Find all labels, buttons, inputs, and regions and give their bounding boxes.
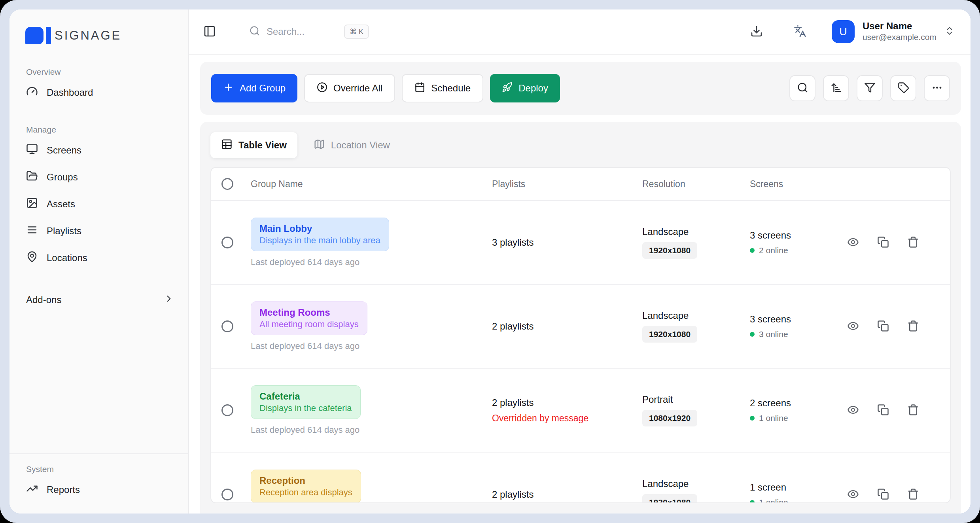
calendar-icon — [414, 82, 425, 95]
online-count: 2 online — [759, 246, 788, 255]
ellipsis-icon — [931, 82, 943, 95]
copy-icon — [877, 488, 889, 501]
playlists-count: 2 playlists — [492, 321, 642, 332]
online-dot — [750, 332, 755, 337]
delete-button[interactable] — [907, 320, 919, 333]
column-playlists: Playlists — [492, 179, 642, 189]
table-row[interactable]: Meeting Rooms All meeting room displays … — [211, 285, 950, 369]
sidebar-item-label: Dashboard — [47, 87, 93, 98]
sidebar-item-groups[interactable]: Groups — [20, 164, 178, 191]
circle-play-icon — [317, 82, 327, 95]
copy-icon — [877, 320, 889, 333]
table-row[interactable]: Reception Reception area displays Last d… — [211, 453, 950, 503]
tab-label: Table View — [238, 140, 287, 151]
schedule-button[interactable]: Schedule — [402, 74, 483, 102]
add-group-button[interactable]: Add Group — [211, 74, 297, 102]
sidebar-item-reports[interactable]: Reports — [20, 476, 178, 503]
last-deployed: Last deployed 614 days ago — [251, 341, 492, 351]
user-email: user@example.com — [863, 32, 936, 42]
view-button[interactable] — [847, 320, 859, 333]
table-header: Group Name Playlists Resolution Screens — [211, 168, 950, 201]
group-card[interactable]: Cafeteria Displays in the cafeteria — [251, 385, 361, 419]
row-checkbox[interactable] — [221, 404, 233, 416]
table-row[interactable]: Cafeteria Displays in the cafeteria Last… — [211, 369, 950, 453]
orientation: Landscape — [642, 226, 750, 237]
orientation: Landscape — [642, 310, 750, 321]
language-button[interactable] — [794, 25, 806, 39]
top-header: ⌘ K U User Name user@example.com — [189, 9, 971, 55]
search-input[interactable] — [267, 26, 338, 37]
table-icon — [221, 138, 233, 152]
duplicate-button[interactable] — [877, 236, 889, 249]
sidebar-item-playlists[interactable]: Playlists — [20, 218, 178, 244]
sidebar-section-overview: Overview — [26, 67, 178, 77]
add-group-label: Add Group — [240, 83, 286, 94]
sidebar: SIGNAGE Overview Dashboard Manage Screen… — [9, 9, 189, 514]
funnel-icon — [864, 82, 876, 95]
group-name: Meeting Rooms — [259, 307, 359, 318]
tab-location-view[interactable]: Location View — [303, 132, 401, 158]
deploy-label: Deploy — [518, 83, 548, 94]
sidebar-item-label: Assets — [47, 199, 75, 210]
row-checkbox[interactable] — [221, 237, 233, 248]
sidebar-toggle-button[interactable] — [203, 25, 216, 39]
duplicate-button[interactable] — [877, 320, 889, 333]
group-card[interactable]: Reception Reception area displays — [251, 470, 361, 503]
download-button[interactable] — [750, 25, 763, 39]
avatar: U — [832, 20, 855, 43]
sidebar-item-addons[interactable]: Add-ons — [20, 287, 178, 313]
sidebar-item-assets[interactable]: Assets — [20, 191, 178, 218]
sort-button[interactable] — [823, 75, 849, 101]
deploy-button[interactable]: Deploy — [490, 74, 560, 102]
override-all-label: Override All — [333, 83, 382, 94]
view-button[interactable] — [847, 488, 859, 501]
group-description: All meeting room displays — [259, 319, 359, 330]
map-icon — [314, 138, 325, 152]
trash-icon — [907, 488, 919, 501]
more-options-button[interactable] — [924, 75, 950, 101]
table-search-button[interactable] — [789, 75, 815, 101]
view-button[interactable] — [847, 236, 859, 249]
override-all-button[interactable]: Override All — [304, 74, 395, 102]
group-description: Displays in the main lobby area — [259, 235, 380, 246]
eye-icon — [847, 488, 859, 501]
override-status: Overridden by message — [492, 413, 642, 424]
online-dot — [750, 416, 755, 421]
row-checkbox[interactable] — [221, 320, 233, 332]
select-all-checkbox[interactable] — [221, 178, 233, 190]
eye-icon — [847, 236, 859, 249]
tags-button[interactable] — [890, 75, 916, 101]
trash-icon — [907, 236, 919, 249]
delete-button[interactable] — [907, 404, 919, 417]
view-button[interactable] — [847, 404, 859, 417]
group-card[interactable]: Main Lobby Displays in the main lobby ar… — [251, 218, 389, 251]
chevrons-up-down-icon — [944, 26, 955, 38]
sidebar-item-dashboard[interactable]: Dashboard — [20, 79, 178, 106]
global-search[interactable]: ⌘ K — [249, 25, 369, 39]
duplicate-button[interactable] — [877, 488, 889, 501]
screens-count: 3 screens — [750, 230, 845, 241]
view-tabs: Table View Location View — [210, 132, 951, 158]
row-checkbox[interactable] — [221, 489, 233, 500]
sidebar-item-screens[interactable]: Screens — [20, 137, 178, 164]
copy-icon — [877, 404, 889, 417]
group-description: Displays in the cafeteria — [259, 403, 352, 413]
online-dot — [750, 500, 755, 503]
group-card[interactable]: Meeting Rooms All meeting room displays — [251, 301, 367, 335]
folder-open-icon — [26, 170, 38, 184]
duplicate-button[interactable] — [877, 404, 889, 417]
table-row[interactable]: Main Lobby Displays in the main lobby ar… — [211, 201, 950, 285]
sort-ascending-icon — [831, 82, 842, 95]
copy-icon — [877, 236, 889, 249]
sidebar-divider — [9, 453, 188, 454]
delete-button[interactable] — [907, 236, 919, 249]
user-menu[interactable]: U User Name user@example.com — [832, 20, 955, 43]
user-name: User Name — [863, 21, 936, 32]
delete-button[interactable] — [907, 488, 919, 501]
languages-icon — [794, 25, 806, 39]
tab-table-view[interactable]: Table View — [210, 132, 297, 158]
sidebar-item-locations[interactable]: Locations — [20, 244, 178, 271]
content-area: Add Group Override All Schedule Deploy — [189, 55, 971, 514]
orientation: Landscape — [642, 478, 750, 489]
filter-button[interactable] — [857, 75, 883, 101]
